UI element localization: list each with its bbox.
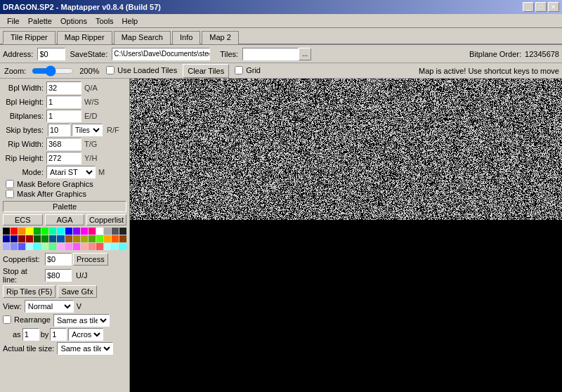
color-swatch-43[interactable] — [89, 243, 96, 250]
menu-file[interactable]: File — [3, 16, 24, 26]
clear-tiles-button[interactable]: Clear Tiles — [183, 64, 229, 78]
color-swatch-34[interactable] — [18, 243, 25, 250]
color-swatch-42[interactable] — [81, 243, 88, 250]
stopline-input[interactable] — [45, 269, 72, 282]
rearrange-label[interactable]: Rearrange — [3, 315, 51, 324]
color-swatch-7[interactable] — [57, 228, 64, 235]
menu-palette[interactable]: Palette — [24, 16, 56, 26]
color-swatch-29[interactable] — [104, 235, 111, 242]
tab-info[interactable]: Info — [172, 31, 200, 44]
copperlist-palette-button[interactable]: Copperlist — [86, 214, 126, 226]
color-swatch-44[interactable] — [96, 243, 103, 250]
actual-tile-select[interactable]: Same as tilesCustom — [57, 342, 113, 355]
color-swatch-8[interactable] — [65, 228, 72, 235]
color-swatch-26[interactable] — [81, 235, 88, 242]
color-swatch-32[interactable] — [3, 243, 10, 250]
color-swatch-24[interactable] — [65, 235, 72, 242]
skip-type-select[interactable]: TilesBytes — [72, 124, 103, 136]
mask-before-label[interactable]: Mask Before Graphics — [6, 180, 126, 188]
rearrange-checkbox[interactable] — [3, 315, 11, 324]
aga-button[interactable]: AGA — [45, 214, 85, 226]
tab-map-ripper[interactable]: Map Ripper — [57, 31, 112, 44]
bitplanes-input[interactable] — [46, 110, 81, 122]
view-select[interactable]: NormalTilesMap — [25, 300, 74, 313]
across-select[interactable]: AcrossDown — [68, 328, 103, 341]
process-button[interactable]: Process — [73, 253, 108, 266]
color-swatch-13[interactable] — [104, 228, 111, 235]
color-swatch-3[interactable] — [26, 228, 33, 235]
color-swatch-5[interactable] — [41, 228, 48, 235]
color-swatch-12[interactable] — [96, 228, 103, 235]
address-input[interactable] — [37, 48, 65, 60]
skip-bytes-input[interactable] — [48, 124, 70, 136]
savestate-input[interactable]: C:\Users\Dave\Documents\steem_v3_2\hd\Di… — [112, 48, 210, 60]
color-swatch-22[interactable] — [49, 235, 56, 242]
color-swatch-21[interactable] — [41, 235, 48, 242]
color-swatch-2[interactable] — [18, 228, 25, 235]
color-swatch-16[interactable] — [3, 235, 10, 242]
zoom-slider[interactable] — [32, 66, 74, 76]
grid-label[interactable]: Grid — [235, 66, 261, 74]
color-swatch-38[interactable] — [49, 243, 56, 250]
ecs-button[interactable]: ECS — [3, 214, 43, 226]
color-swatch-27[interactable] — [89, 235, 96, 242]
color-swatch-10[interactable] — [81, 228, 88, 235]
color-swatch-40[interactable] — [65, 243, 72, 250]
rearrange-select[interactable]: Same as tilesCustom — [53, 314, 110, 327]
as-value2[interactable] — [50, 328, 67, 341]
use-loaded-tiles-label[interactable]: Use Loaded Tiles — [106, 66, 177, 74]
color-swatch-9[interactable] — [73, 228, 80, 235]
color-swatch-31[interactable] — [119, 235, 126, 242]
color-swatch-6[interactable] — [49, 228, 56, 235]
color-swatch-25[interactable] — [73, 235, 80, 242]
tiles-browse-button[interactable]: ... — [299, 48, 311, 60]
minimize-button[interactable]: _ — [523, 2, 534, 12]
color-swatch-14[interactable] — [112, 228, 119, 235]
grid-checkbox[interactable] — [235, 66, 243, 74]
tab-map2[interactable]: Map 2 — [202, 31, 239, 44]
color-swatch-39[interactable] — [57, 243, 64, 250]
mask-after-checkbox[interactable] — [6, 190, 14, 198]
color-swatch-0[interactable] — [3, 228, 10, 235]
menu-options[interactable]: Options — [56, 16, 91, 26]
color-swatch-35[interactable] — [26, 243, 33, 250]
color-swatch-1[interactable] — [11, 228, 18, 235]
tab-tile-ripper[interactable]: Tile Ripper — [3, 31, 55, 44]
save-gfx-button[interactable]: Save Gfx — [58, 285, 96, 298]
color-swatch-11[interactable] — [89, 228, 96, 235]
color-swatch-20[interactable] — [34, 235, 41, 242]
rip-height-input[interactable] — [46, 152, 81, 164]
as-value1[interactable] — [22, 328, 39, 341]
copperlist-input[interactable] — [45, 253, 72, 266]
bpl-width-input[interactable] — [46, 81, 81, 94]
color-swatch-45[interactable] — [104, 243, 111, 250]
mask-after-label[interactable]: Mask After Graphics — [6, 190, 126, 198]
menu-tools[interactable]: Tools — [91, 16, 118, 26]
color-swatch-41[interactable] — [73, 243, 80, 250]
tab-map-search[interactable]: Map Search — [114, 31, 171, 44]
color-swatch-15[interactable] — [119, 228, 126, 235]
color-swatch-18[interactable] — [18, 235, 25, 242]
mode-select[interactable]: Atari STAmiga — [46, 166, 96, 178]
mask-before-checkbox[interactable] — [6, 180, 14, 188]
graphic-canvas[interactable] — [130, 79, 562, 392]
color-swatch-28[interactable] — [96, 235, 103, 242]
color-swatch-46[interactable] — [112, 243, 119, 250]
color-swatch-4[interactable] — [34, 228, 41, 235]
color-swatch-37[interactable] — [41, 243, 48, 250]
rip-tiles-button[interactable]: Rip Tiles (F5) — [3, 285, 55, 298]
bpl-height-input[interactable] — [46, 96, 81, 108]
color-swatch-19[interactable] — [26, 235, 33, 242]
color-swatch-17[interactable] — [11, 235, 18, 242]
use-loaded-tiles-checkbox[interactable] — [106, 66, 115, 74]
tiles-input[interactable] — [242, 48, 299, 60]
color-swatch-33[interactable] — [11, 243, 18, 250]
close-button[interactable]: ✕ — [548, 2, 559, 12]
rip-width-input[interactable] — [46, 138, 81, 150]
color-swatch-23[interactable] — [57, 235, 64, 242]
color-swatch-30[interactable] — [112, 235, 119, 242]
menu-help[interactable]: Help — [118, 16, 143, 26]
maximize-button[interactable]: □ — [535, 2, 547, 12]
color-swatch-47[interactable] — [119, 243, 126, 250]
color-swatch-36[interactable] — [34, 243, 41, 250]
